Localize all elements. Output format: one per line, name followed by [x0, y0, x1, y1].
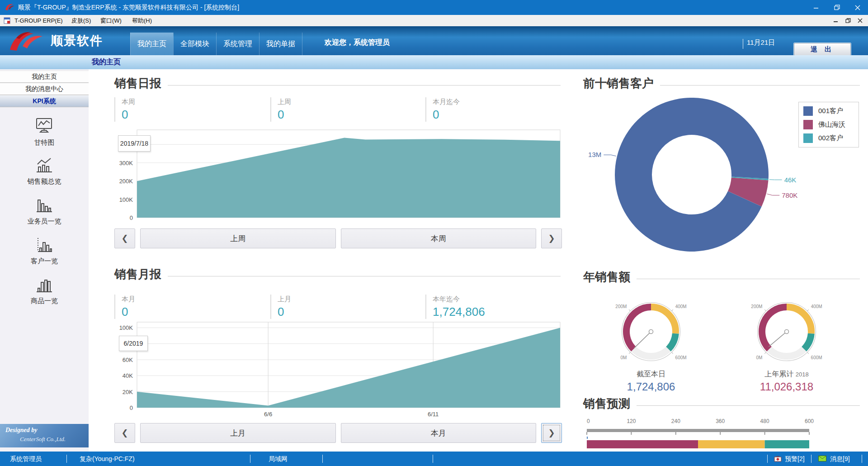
legend-swatch [803, 133, 813, 143]
svg-text:360: 360 [716, 418, 725, 424]
monthly-report-section-header: 销售月报 [114, 266, 561, 282]
monthly-next-button[interactable]: ❯ [541, 423, 562, 443]
menu-help[interactable]: 帮助(H) [129, 15, 155, 26]
svg-text:6/6: 6/6 [264, 411, 272, 418]
tab-system-management[interactable]: 系统管理 [216, 33, 259, 55]
section-title: 前十销售客户 [583, 76, 654, 91]
child-minimize-button[interactable] [830, 16, 841, 25]
exit-button[interactable]: 退 出 [794, 43, 851, 56]
legend-swatch [803, 106, 813, 116]
tab-my-home[interactable]: 我的主页 [130, 33, 173, 55]
mdi-child-icon [4, 17, 10, 24]
designed-by-banner: Designed by CenterSoft Co.,Ltd. [0, 424, 89, 447]
restore-icon [834, 5, 840, 10]
gauge-year: 2018 [796, 371, 809, 378]
svg-text:200M: 200M [751, 304, 762, 309]
legend-label: 002客户 [818, 134, 843, 143]
gauge-value: 11,026,318 [760, 380, 813, 393]
svg-text:400M: 400M [675, 304, 687, 309]
svg-text:13M: 13M [588, 151, 601, 158]
sidebar-shortcut-gantt[interactable]: 甘特图 [0, 117, 89, 147]
status-alerts[interactable]: 预警[2] [785, 452, 805, 466]
daily-this-week-button[interactable]: 本周 [341, 228, 537, 248]
daily-prev-button[interactable]: ❮ [114, 228, 135, 248]
legend-swatch [803, 120, 813, 129]
window-restore-button[interactable] [826, 0, 847, 15]
sales-overview-icon [34, 156, 55, 174]
window-titlebar: 顺景『T-GROUP』制造业ERP系统 - 东莞顺景软件科技有限公司 - [系统… [0, 0, 868, 15]
workspace-tab-my-home[interactable]: 我的主页 [72, 55, 140, 69]
svg-text:100K: 100K [119, 324, 133, 331]
daily-pager: ❮ 上周 本周 ❯ [114, 228, 562, 248]
svg-text:0M: 0M [756, 355, 762, 360]
tab-my-documents[interactable]: 我的单据 [259, 33, 302, 55]
stat-month-to-date: 本月迄今 0 [425, 97, 561, 122]
stat-value: 1,724,806 [433, 305, 561, 319]
stat-label: 本年迄今 [433, 295, 561, 304]
sidebar-shortcut-product-overview[interactable]: 商品一览 [0, 276, 89, 305]
window-title: 顺景『T-GROUP』制造业ERP系统 - 东莞顺景软件科技有限公司 - [系统… [18, 0, 239, 15]
gauge-value: 1,724,806 [627, 380, 675, 393]
alert-firstaid-icon [774, 456, 782, 462]
menu-skin[interactable]: 皮肤(S) [69, 15, 94, 26]
sales-forecast-bar-chart: 0120240360480600 [583, 417, 845, 450]
gauge-label: 上年累计 [764, 370, 793, 378]
svg-text:0: 0 [587, 418, 590, 424]
legend-label: 佛山海沃 [818, 120, 845, 129]
sales-forecast-section-header: 销售预测 [583, 396, 860, 412]
daily-next-button[interactable]: ❯ [541, 228, 562, 248]
legend-item[interactable]: 002客户 [803, 133, 854, 143]
monthly-sales-area-chart: 020K40K60K80K100K6/66/11 6/2019 [114, 319, 562, 420]
sidebar-shortcut-sales-overview[interactable]: 销售额总览 [0, 156, 89, 186]
svg-text:100K: 100K [119, 196, 133, 203]
message-envelope-icon [818, 456, 826, 461]
svg-text:40K: 40K [123, 372, 133, 379]
gantt-monitor-icon [34, 117, 55, 135]
welcome-text: 欢迎您，系统管理员 [325, 26, 390, 55]
svg-text:300K: 300K [119, 160, 133, 166]
sidebar-shortcut-customer-overview[interactable]: 客户一览 [0, 236, 89, 266]
close-icon [858, 18, 863, 23]
stat-value: 0 [433, 108, 561, 122]
monthly-prev-button[interactable]: ❮ [114, 423, 135, 443]
legend-item[interactable]: 佛山海沃 [803, 120, 854, 129]
daily-last-week-button[interactable]: 上周 [140, 228, 336, 248]
tab-all-modules[interactable]: 全部模块 [173, 33, 216, 55]
monthly-last-month-button[interactable]: 上月 [140, 423, 336, 443]
stat-value: 0 [278, 305, 425, 319]
sidebar-shortcut-salesman-overview[interactable]: 业务员一览 [0, 196, 89, 226]
window-close-button[interactable] [847, 0, 868, 15]
legend-item[interactable]: 001客户 [803, 106, 854, 116]
svg-text:0M: 0M [620, 355, 627, 360]
stat-this-month: 本月 0 [114, 295, 270, 319]
menu-window[interactable]: 窗口(W) [98, 15, 124, 26]
workspace-tab-strip: 我的主页 [0, 55, 868, 70]
donut-legend: 001客户 佛山海沃 002客户 [798, 102, 859, 147]
restore-icon [845, 18, 851, 24]
monthly-this-month-button[interactable]: 本月 [341, 423, 537, 443]
svg-text:120: 120 [627, 418, 636, 424]
sidebar-item-kpi-system[interactable]: KPI系统 [0, 95, 89, 107]
svg-text:600: 600 [805, 418, 814, 424]
daily-report-section-header: 销售日报 [114, 76, 561, 91]
svg-text:600M: 600M [675, 355, 687, 360]
dashboard-content: 销售日报 本周 0 上周 0 本月迄今 0 0100K200K300K400K … [89, 69, 868, 452]
window-minimize-button[interactable] [806, 0, 826, 15]
status-messages[interactable]: 消息[9] [830, 452, 850, 466]
status-user: 系统管理员 [10, 452, 42, 466]
svg-text:6/11: 6/11 [428, 411, 439, 418]
shortcut-label: 甘特图 [34, 138, 55, 147]
child-restore-button[interactable] [843, 16, 854, 25]
menu-tgroup-erp[interactable]: T-GROUP ERP(E) [12, 15, 66, 26]
sidebar-item-message-center[interactable]: 我的消息中心 [0, 83, 89, 95]
child-close-button[interactable] [854, 16, 865, 25]
stat-label: 上月 [278, 295, 425, 304]
sidebar-item-my-home[interactable]: 我的主页 [0, 71, 89, 83]
svg-text:0: 0 [130, 214, 133, 221]
section-title: 年销售额 [583, 269, 630, 285]
svg-text:240: 240 [671, 418, 680, 424]
stat-value: 0 [122, 108, 270, 122]
app-logo-icon [5, 3, 14, 12]
shunjing-logo-icon [7, 30, 47, 52]
gauge-label: 截至本日 [637, 370, 665, 378]
